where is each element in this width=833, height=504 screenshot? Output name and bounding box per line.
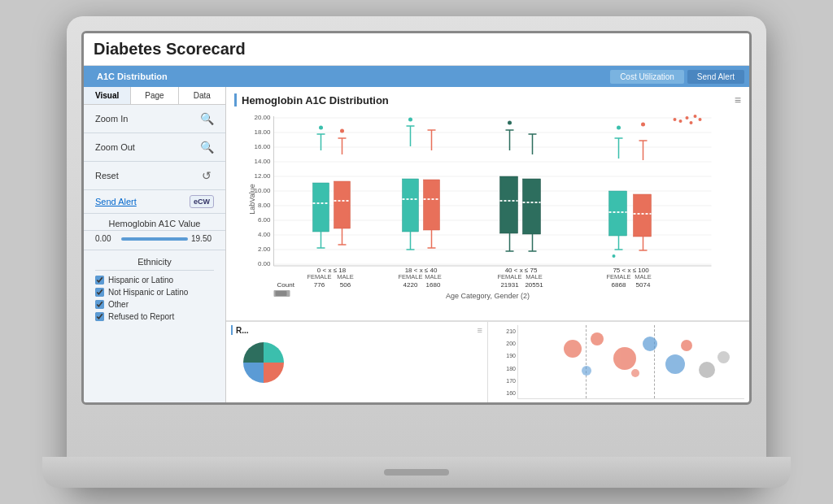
svg-rect-74 — [634, 194, 652, 237]
app-title: Diabetes Scorecard — [84, 33, 749, 66]
tab-a1c-distribution[interactable]: A1C Distribution — [84, 66, 181, 87]
bottom-chart-left: R... ≡ — [226, 322, 488, 402]
ethnicity-title: Ethnicity — [95, 257, 214, 271]
bubble-4 — [643, 337, 657, 351]
ecw-badge: eCW — [190, 195, 214, 208]
send-alert-link[interactable]: Send Alert — [95, 197, 137, 206]
svg-rect-47 — [424, 180, 440, 230]
svg-text:6868: 6868 — [612, 281, 626, 289]
sidebar-tab-visual[interactable]: Visual — [84, 87, 131, 104]
checkbox-hispanic[interactable] — [95, 276, 104, 285]
sidebar-tab-page[interactable]: Page — [131, 87, 178, 104]
svg-text:1680: 1680 — [426, 281, 441, 289]
svg-rect-108 — [276, 291, 287, 296]
bottom-chart-right: 210 200 190 180 170 160 — [488, 322, 749, 402]
svg-text:MALE: MALE — [337, 273, 353, 280]
slider-track[interactable] — [121, 237, 188, 241]
svg-point-84 — [694, 115, 697, 118]
svg-text:506: 506 — [340, 281, 351, 289]
content-area: Visual Page Data Zoom In 🔍 Zoom Out 🔍 Re… — [84, 87, 749, 402]
bubble-8 — [582, 366, 591, 376]
bubble-2 — [591, 332, 604, 345]
bubble-9 — [631, 369, 639, 377]
checkbox-not-hispanic[interactable] — [95, 288, 104, 297]
chart-title-text: Hemoglobin A1C Distribution — [242, 94, 389, 106]
range-label: Hemoglobin A1C Value — [84, 214, 225, 231]
ethnicity-refused-label: Refused to Report — [108, 312, 174, 321]
zoom-out-label: Zoom Out — [95, 142, 135, 152]
bubble-5 — [665, 354, 685, 374]
pie-chart-svg — [231, 338, 296, 387]
svg-text:0.00: 0.00 — [258, 260, 271, 267]
svg-text:FEMALE: FEMALE — [606, 273, 630, 280]
bubble-1 — [564, 340, 582, 358]
app-container: Diabetes Scorecard A1C Distribution Cost… — [84, 33, 749, 402]
svg-text:LabValue: LabValue — [248, 184, 256, 214]
ethnicity-other: Other — [95, 300, 214, 309]
svg-point-83 — [690, 121, 693, 124]
svg-point-82 — [686, 116, 689, 119]
svg-text:20551: 20551 — [525, 281, 543, 289]
zoom-in-label: Zoom In — [95, 114, 128, 124]
checkbox-refused[interactable] — [95, 312, 104, 321]
svg-text:FEMALE: FEMALE — [497, 273, 521, 280]
tab-bar: A1C Distribution Cost Utilization Send A… — [84, 66, 749, 87]
svg-rect-26 — [313, 183, 329, 232]
bottom-left-menu[interactable]: ≡ — [478, 325, 482, 335]
reset-icon[interactable]: ↺ — [199, 168, 214, 183]
svg-text:20.00: 20.00 — [254, 114, 271, 121]
boxplot-svg: 20.00 18.00 16.00 14.00 12.00 10.00 8.00… — [234, 110, 741, 289]
svg-text:4.00: 4.00 — [258, 231, 271, 238]
send-alert-tab-button[interactable]: Send Alert — [687, 70, 744, 84]
checkbox-other[interactable] — [95, 300, 104, 309]
bottom-charts: R... ≡ — [226, 321, 749, 402]
laptop-notch — [384, 469, 449, 476]
chart-menu-icon[interactable]: ≡ — [735, 93, 741, 106]
svg-rect-53 — [500, 176, 518, 233]
ethnicity-other-label: Other — [108, 300, 129, 309]
svg-point-45 — [408, 118, 412, 122]
svg-text:FEMALE: FEMALE — [307, 273, 331, 280]
a1c-chart-panel: Hemoglobin A1C Distribution ≡ 20.00 18.0… — [226, 87, 749, 321]
bubble-3 — [613, 347, 636, 370]
svg-text:2.00: 2.00 — [258, 245, 271, 253]
zoom-in-control: Zoom In 🔍 — [84, 105, 225, 133]
svg-text:10.00: 10.00 — [254, 187, 271, 194]
slider-max: 19.50 — [191, 234, 214, 243]
zoom-out-control: Zoom Out 🔍 — [84, 133, 225, 162]
svg-text:776: 776 — [314, 281, 325, 289]
svg-text:14.00: 14.00 — [254, 158, 271, 165]
svg-text:16.00: 16.00 — [254, 143, 271, 150]
svg-text:Count: Count — [277, 281, 295, 289]
svg-rect-66 — [609, 191, 627, 236]
svg-point-58 — [508, 121, 512, 125]
laptop-base — [42, 457, 791, 488]
sidebar-tabs: Visual Page Data — [84, 87, 225, 105]
bubble-y-axis: 210 200 190 180 170 160 — [493, 325, 517, 399]
tab-right-buttons: Cost Utilization Send Alert — [610, 70, 749, 84]
svg-rect-33 — [334, 181, 351, 228]
svg-text:MALE: MALE — [635, 273, 651, 280]
svg-point-81 — [679, 119, 683, 123]
svg-point-85 — [699, 118, 702, 121]
ethnicity-refused: Refused to Report — [95, 312, 214, 321]
svg-point-38 — [340, 129, 344, 133]
reset-control: Reset ↺ — [84, 162, 225, 190]
svg-text:21931: 21931 — [500, 281, 519, 289]
svg-text:MALE: MALE — [425, 273, 441, 280]
svg-point-71 — [617, 126, 621, 130]
reset-label: Reset — [95, 171, 119, 180]
svg-text:8.00: 8.00 — [258, 202, 271, 209]
svg-text:6.00: 6.00 — [258, 216, 271, 224]
svg-rect-40 — [403, 179, 419, 232]
chart-title: Hemoglobin A1C Distribution ≡ — [234, 93, 741, 106]
ethnicity-not-hispanic-label: Not Hispanic or Latino — [108, 288, 188, 297]
zoom-out-icon[interactable]: 🔍 — [199, 140, 214, 154]
cost-utilization-button[interactable]: Cost Utilization — [610, 70, 684, 84]
sidebar: Visual Page Data Zoom In 🔍 Zoom Out 🔍 Re… — [84, 87, 226, 402]
sidebar-tab-data[interactable]: Data — [179, 87, 225, 104]
ethnicity-hispanic-label: Hispanic or Latino — [108, 276, 173, 285]
svg-text:12.00: 12.00 — [254, 172, 271, 180]
zoom-in-icon[interactable]: 🔍 — [199, 111, 214, 126]
slider-row: 0.00 19.50 — [84, 231, 225, 250]
